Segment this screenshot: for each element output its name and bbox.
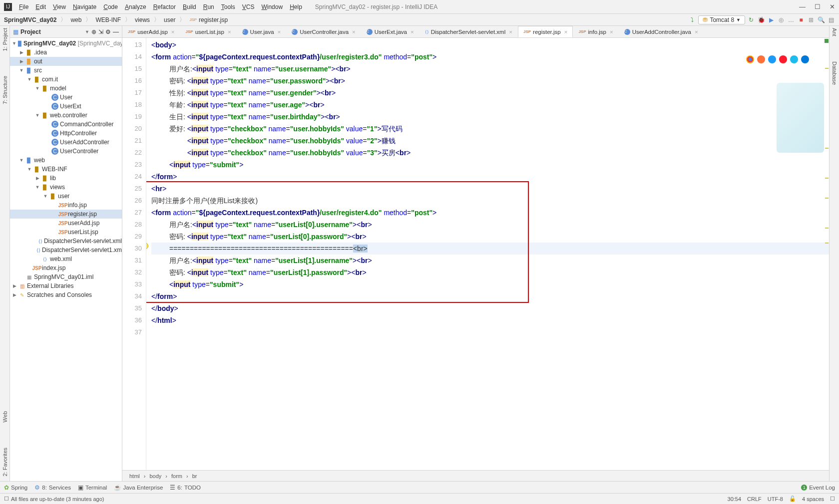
tree-node[interactable]: ▶✎Scratches and Consoles xyxy=(10,290,122,299)
tree-node[interactable]: ⟨⟩web.xml xyxy=(10,254,122,263)
code-line[interactable]: <hr> xyxy=(151,183,829,195)
tree-node[interactable]: ▼▉WEB-INF xyxy=(10,165,122,174)
run-config-selector[interactable]: ⛃ Tomcat 8 ▼ xyxy=(698,15,745,24)
ie-icon[interactable] xyxy=(790,55,798,63)
tree-root[interactable]: ▼▉SpringMVC_day02 [SpringMVC_day01] xyxy=(10,39,122,48)
code-line[interactable]: 性别: <input type="text" name="user.gender… xyxy=(151,87,829,99)
tree-node[interactable]: ▶▉lib xyxy=(10,174,122,183)
menu-navigate[interactable]: Navigate xyxy=(70,2,99,11)
tree-node[interactable]: ▼▉user xyxy=(10,192,122,201)
opera-icon[interactable] xyxy=(779,55,787,63)
target-icon[interactable]: ⊕ xyxy=(91,28,96,35)
debug-button[interactable]: 🐞 xyxy=(757,16,765,24)
tree-node[interactable]: ▼▉com.it xyxy=(10,75,122,84)
tree-node[interactable]: CCommandController xyxy=(10,120,122,129)
menu-window[interactable]: Window xyxy=(258,2,286,11)
code-line[interactable]: 密码: <input type="text" name="userList[1]… xyxy=(151,266,829,278)
menu-tools[interactable]: Tools xyxy=(218,2,238,11)
code-line[interactable]: </body> xyxy=(151,302,829,314)
todo-toolwindow[interactable]: ☰6: TODO xyxy=(170,484,201,491)
tree-node[interactable]: ▼▉src xyxy=(10,66,122,75)
breadcrumb[interactable]: SpringMVC_day02 〉 web〉 WEB-INF〉 views〉 u… xyxy=(4,15,228,24)
editor-tab[interactable]: JSPuserAdd.jsp× xyxy=(122,26,180,37)
tree-node[interactable]: ⟨⟩DispatcherServlet-servlet.xml xyxy=(10,237,122,246)
code-line[interactable]: </form> xyxy=(151,171,829,183)
build-icon[interactable]: ⤵ xyxy=(688,16,696,24)
code-content[interactable]: <body><form action="${pageContext.reques… xyxy=(146,38,829,470)
gear-icon[interactable]: ⚙ xyxy=(105,28,111,35)
code-line[interactable]: <input type="checkbox" name="user.hobbyI… xyxy=(151,147,829,159)
tab-close-icon[interactable]: × xyxy=(352,29,356,35)
editor-tab[interactable]: CUserController.java× xyxy=(286,26,361,37)
tab-close-icon[interactable]: × xyxy=(509,29,512,35)
breadcrumb-item[interactable]: WEB-INF xyxy=(95,16,121,23)
terminal-toolwindow[interactable]: ▣Terminal xyxy=(78,484,107,491)
tree-node-selected[interactable]: JSPregister.jsp xyxy=(10,210,122,219)
menu-build[interactable]: Build xyxy=(180,2,199,11)
menu-file[interactable]: File xyxy=(16,2,31,11)
tab-close-icon[interactable]: × xyxy=(610,29,613,35)
code-line[interactable]: </html> xyxy=(151,314,829,326)
menu-view[interactable]: View xyxy=(50,2,69,11)
tab-close-icon[interactable]: × xyxy=(228,29,231,35)
toolstrip-database[interactable]: Database xyxy=(832,61,838,85)
code-line[interactable] xyxy=(151,326,829,338)
attach-button[interactable]: … xyxy=(787,16,795,24)
code-line[interactable]: <input type="submit"> xyxy=(151,159,829,171)
editor-tab[interactable]: JSPuserList.jsp× xyxy=(180,26,237,37)
tree-node[interactable]: CUser xyxy=(10,93,122,102)
stop-button[interactable]: ■ xyxy=(797,16,805,24)
code-line[interactable]: <input type="submit"> xyxy=(151,278,829,290)
tree-node[interactable]: CUserController xyxy=(10,147,122,156)
code-line[interactable]: 爱好: <input type="checkbox" name="user.ho… xyxy=(151,123,829,135)
tree-node[interactable]: JSPuserAdd.jsp xyxy=(10,219,122,228)
edge-icon[interactable] xyxy=(801,55,809,63)
line-separator[interactable]: CRLF xyxy=(747,496,762,502)
tree-node[interactable]: CUserExt xyxy=(10,102,122,111)
code-line[interactable]: 密码: <input type="text" name="userList[0]… xyxy=(151,231,829,243)
tree-node[interactable]: ▼▉model xyxy=(10,84,122,93)
toolstrip-ant[interactable]: Ant xyxy=(832,28,838,36)
tab-close-icon[interactable]: × xyxy=(411,29,414,35)
settings-button[interactable]: ▤ xyxy=(827,16,835,24)
tab-close-icon[interactable]: × xyxy=(171,29,175,35)
close-button[interactable]: ✕ xyxy=(830,3,835,10)
maximize-button[interactable]: ☐ xyxy=(815,3,821,10)
code-line[interactable]: <body> xyxy=(151,39,829,51)
marker-stripe[interactable] xyxy=(824,38,829,470)
breadcrumb-item[interactable]: web xyxy=(70,16,81,23)
tree-node[interactable]: CHttpController xyxy=(10,129,122,138)
file-encoding[interactable]: UTF-8 xyxy=(768,496,783,502)
menu-edit[interactable]: Edit xyxy=(32,2,49,11)
menu-refactor[interactable]: Refactor xyxy=(150,2,179,11)
code-line[interactable]: 用户名:<input type="text" name="user.userna… xyxy=(151,63,829,75)
code-line[interactable]: </form> xyxy=(151,290,829,302)
code-line[interactable]: 年龄: <input type="text" name="user.age"><… xyxy=(151,99,829,111)
code-line[interactable]: 同时注册多个用户(使用List来接收) xyxy=(151,195,829,207)
editor-tab[interactable]: JSPregister.jsp× xyxy=(518,26,573,37)
safari-icon[interactable] xyxy=(768,55,776,63)
firefox-icon[interactable] xyxy=(757,55,765,63)
search-button[interactable]: 🔍 xyxy=(817,16,825,24)
code-line[interactable]: <input type="checkbox" name="user.hobbyI… xyxy=(151,135,829,147)
breadcrumb-item[interactable]: register.jsp xyxy=(199,16,228,23)
menu-run[interactable]: Run xyxy=(200,2,217,11)
editor-tab[interactable]: ⟨⟩DispatcherServlet-servlet.xml× xyxy=(420,26,518,37)
breadcrumb-item[interactable]: views xyxy=(135,16,150,23)
editor-tab[interactable]: CUserAddController.java× xyxy=(619,26,704,37)
code-line[interactable]: 生日: <input type="text" name="user.birthd… xyxy=(151,111,829,123)
hide-icon[interactable]: — xyxy=(113,28,119,35)
toolstrip-project[interactable]: 1: Project xyxy=(2,28,8,51)
toolstrip-structure[interactable]: 7: Structure xyxy=(2,76,8,104)
code-line[interactable]: ========================================… xyxy=(151,243,829,254)
services-toolwindow[interactable]: ⚙8: Services xyxy=(34,484,71,491)
intention-bulb-icon[interactable] xyxy=(146,243,148,250)
code-line[interactable]: 用户名:<input type="text" name="userList[0]… xyxy=(151,219,829,231)
tree-node[interactable]: ▶▥External Libraries xyxy=(10,281,122,290)
chrome-icon[interactable] xyxy=(746,55,754,63)
code-editor[interactable]: 1314151617181920212223242526272829303132… xyxy=(122,38,829,470)
caret-position[interactable]: 30:54 xyxy=(728,496,742,502)
bc-item[interactable]: br xyxy=(192,473,197,479)
project-tree[interactable]: ▼▉SpringMVC_day02 [SpringMVC_day01] ▶▉.i… xyxy=(10,38,122,481)
code-line[interactable]: <form action="${pageContext.request.cont… xyxy=(151,51,829,63)
